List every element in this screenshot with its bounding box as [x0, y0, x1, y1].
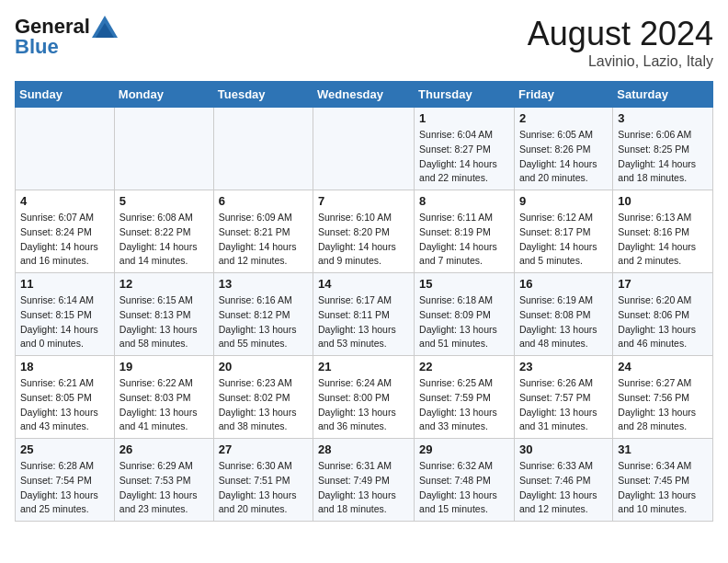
day-number: 28: [318, 442, 409, 456]
day-number: 27: [219, 442, 308, 456]
day-number: 16: [519, 277, 608, 291]
day-number: 19: [119, 360, 209, 373]
day-info: Sunrise: 6:04 AM Sunset: 8:27 PM Dayligh…: [419, 128, 509, 186]
calendar-cell: 18Sunrise: 6:21 AM Sunset: 8:05 PM Dayli…: [16, 356, 115, 439]
day-number: 1: [419, 111, 509, 125]
day-info: Sunrise: 6:32 AM Sunset: 7:48 PM Dayligh…: [419, 459, 509, 517]
calendar-cell: 15Sunrise: 6:18 AM Sunset: 8:09 PM Dayli…: [415, 273, 515, 356]
day-info: Sunrise: 6:15 AM Sunset: 8:13 PM Dayligh…: [119, 293, 209, 351]
calendar-cell: [213, 108, 313, 190]
calendar-cell: 19Sunrise: 6:22 AM Sunset: 8:03 PM Dayli…: [114, 356, 213, 439]
day-info: Sunrise: 6:27 AM Sunset: 7:56 PM Dayligh…: [618, 376, 708, 434]
day-info: Sunrise: 6:31 AM Sunset: 7:49 PM Dayligh…: [318, 459, 409, 517]
day-info: Sunrise: 6:09 AM Sunset: 8:21 PM Dayligh…: [219, 211, 308, 269]
day-info: Sunrise: 6:23 AM Sunset: 8:02 PM Dayligh…: [219, 376, 308, 434]
day-info: Sunrise: 6:22 AM Sunset: 8:03 PM Dayligh…: [119, 376, 209, 434]
day-info: Sunrise: 6:30 AM Sunset: 7:51 PM Dayligh…: [219, 459, 308, 517]
day-info: Sunrise: 6:17 AM Sunset: 8:11 PM Dayligh…: [318, 293, 409, 351]
calendar-cell: 31Sunrise: 6:34 AM Sunset: 7:45 PM Dayli…: [613, 439, 713, 522]
day-header-tuesday: Tuesday: [213, 82, 313, 108]
day-number: 9: [519, 194, 608, 208]
day-info: Sunrise: 6:20 AM Sunset: 8:06 PM Dayligh…: [618, 293, 708, 351]
logo-icon: [92, 16, 118, 38]
logo: General Blue: [15, 15, 118, 59]
calendar-cell: 10Sunrise: 6:13 AM Sunset: 8:16 PM Dayli…: [613, 190, 713, 273]
day-number: 24: [618, 360, 708, 373]
calendar-cell: 7Sunrise: 6:10 AM Sunset: 8:20 PM Daylig…: [313, 190, 415, 273]
calendar-cell: 4Sunrise: 6:07 AM Sunset: 8:24 PM Daylig…: [16, 190, 115, 273]
day-info: Sunrise: 6:08 AM Sunset: 8:22 PM Dayligh…: [119, 211, 209, 269]
day-info: Sunrise: 6:12 AM Sunset: 8:17 PM Dayligh…: [519, 211, 608, 269]
calendar-cell: 29Sunrise: 6:32 AM Sunset: 7:48 PM Dayli…: [415, 439, 515, 522]
calendar-cell: [114, 108, 213, 190]
day-info: Sunrise: 6:24 AM Sunset: 8:00 PM Dayligh…: [318, 376, 409, 434]
day-number: 21: [318, 360, 409, 373]
day-header-sunday: Sunday: [16, 82, 115, 108]
calendar-cell: [16, 108, 115, 190]
day-info: Sunrise: 6:18 AM Sunset: 8:09 PM Dayligh…: [419, 293, 509, 351]
calendar-cell: 8Sunrise: 6:11 AM Sunset: 8:19 PM Daylig…: [415, 190, 515, 273]
day-number: 22: [419, 360, 509, 373]
day-info: Sunrise: 6:10 AM Sunset: 8:20 PM Dayligh…: [318, 211, 409, 269]
calendar-cell: 17Sunrise: 6:20 AM Sunset: 8:06 PM Dayli…: [613, 273, 713, 356]
day-info: Sunrise: 6:25 AM Sunset: 7:59 PM Dayligh…: [419, 376, 509, 434]
day-header-wednesday: Wednesday: [313, 82, 415, 108]
subtitle: Lavinio, Lazio, Italy: [528, 53, 713, 70]
calendar-cell: 12Sunrise: 6:15 AM Sunset: 8:13 PM Dayli…: [114, 273, 213, 356]
day-number: 13: [219, 277, 308, 291]
day-number: 30: [519, 442, 608, 456]
day-number: 12: [119, 277, 209, 291]
day-number: 2: [519, 111, 608, 125]
calendar-cell: 28Sunrise: 6:31 AM Sunset: 7:49 PM Dayli…: [313, 439, 415, 522]
calendar-cell: 20Sunrise: 6:23 AM Sunset: 8:02 PM Dayli…: [213, 356, 313, 439]
calendar-cell: 21Sunrise: 6:24 AM Sunset: 8:00 PM Dayli…: [313, 356, 415, 439]
calendar-table: SundayMondayTuesdayWednesdayThursdayFrid…: [15, 81, 713, 522]
day-number: 3: [618, 111, 708, 125]
day-info: Sunrise: 6:14 AM Sunset: 8:15 PM Dayligh…: [20, 293, 109, 351]
calendar-cell: 26Sunrise: 6:29 AM Sunset: 7:53 PM Dayli…: [114, 439, 213, 522]
day-number: 11: [20, 277, 109, 291]
day-number: 10: [618, 194, 708, 208]
day-number: 15: [419, 277, 509, 291]
day-header-friday: Friday: [514, 82, 612, 108]
day-header-thursday: Thursday: [415, 82, 515, 108]
calendar-week-5: 25Sunrise: 6:28 AM Sunset: 7:54 PM Dayli…: [16, 439, 713, 522]
calendar-week-4: 18Sunrise: 6:21 AM Sunset: 8:05 PM Dayli…: [16, 356, 713, 439]
main-title: August 2024: [528, 15, 713, 53]
day-info: Sunrise: 6:06 AM Sunset: 8:25 PM Dayligh…: [618, 128, 708, 186]
day-number: 26: [119, 442, 209, 456]
calendar-cell: 30Sunrise: 6:33 AM Sunset: 7:46 PM Dayli…: [514, 439, 612, 522]
calendar-cell: 5Sunrise: 6:08 AM Sunset: 8:22 PM Daylig…: [114, 190, 213, 273]
day-number: 4: [20, 194, 109, 208]
day-info: Sunrise: 6:13 AM Sunset: 8:16 PM Dayligh…: [618, 211, 708, 269]
calendar-week-3: 11Sunrise: 6:14 AM Sunset: 8:15 PM Dayli…: [16, 273, 713, 356]
day-info: Sunrise: 6:07 AM Sunset: 8:24 PM Dayligh…: [20, 211, 109, 269]
calendar-week-1: 1Sunrise: 6:04 AM Sunset: 8:27 PM Daylig…: [16, 108, 713, 190]
day-number: 29: [419, 442, 509, 456]
calendar-week-2: 4Sunrise: 6:07 AM Sunset: 8:24 PM Daylig…: [16, 190, 713, 273]
calendar-cell: 9Sunrise: 6:12 AM Sunset: 8:17 PM Daylig…: [514, 190, 612, 273]
day-info: Sunrise: 6:11 AM Sunset: 8:19 PM Dayligh…: [419, 211, 509, 269]
calendar-cell: 13Sunrise: 6:16 AM Sunset: 8:12 PM Dayli…: [213, 273, 313, 356]
title-block: August 2024 Lavinio, Lazio, Italy: [528, 15, 713, 70]
day-info: Sunrise: 6:19 AM Sunset: 8:08 PM Dayligh…: [519, 293, 608, 351]
calendar-cell: 22Sunrise: 6:25 AM Sunset: 7:59 PM Dayli…: [415, 356, 515, 439]
day-info: Sunrise: 6:29 AM Sunset: 7:53 PM Dayligh…: [119, 459, 209, 517]
calendar-cell: 23Sunrise: 6:26 AM Sunset: 7:57 PM Dayli…: [514, 356, 612, 439]
day-number: 25: [20, 442, 109, 456]
calendar-body: 1Sunrise: 6:04 AM Sunset: 8:27 PM Daylig…: [16, 108, 713, 522]
calendar-cell: 24Sunrise: 6:27 AM Sunset: 7:56 PM Dayli…: [613, 356, 713, 439]
day-number: 18: [20, 360, 109, 373]
day-info: Sunrise: 6:33 AM Sunset: 7:46 PM Dayligh…: [519, 459, 608, 517]
calendar-cell: 27Sunrise: 6:30 AM Sunset: 7:51 PM Dayli…: [213, 439, 313, 522]
calendar-cell: 1Sunrise: 6:04 AM Sunset: 8:27 PM Daylig…: [415, 108, 515, 190]
day-info: Sunrise: 6:16 AM Sunset: 8:12 PM Dayligh…: [219, 293, 308, 351]
day-number: 17: [618, 277, 708, 291]
day-number: 7: [318, 194, 409, 208]
day-number: 8: [419, 194, 509, 208]
page-header: General Blue August 2024 Lavinio, Lazio,…: [15, 15, 713, 70]
calendar-cell: [313, 108, 415, 190]
day-number: 5: [119, 194, 209, 208]
day-number: 31: [618, 442, 708, 456]
day-info: Sunrise: 6:21 AM Sunset: 8:05 PM Dayligh…: [20, 376, 109, 434]
